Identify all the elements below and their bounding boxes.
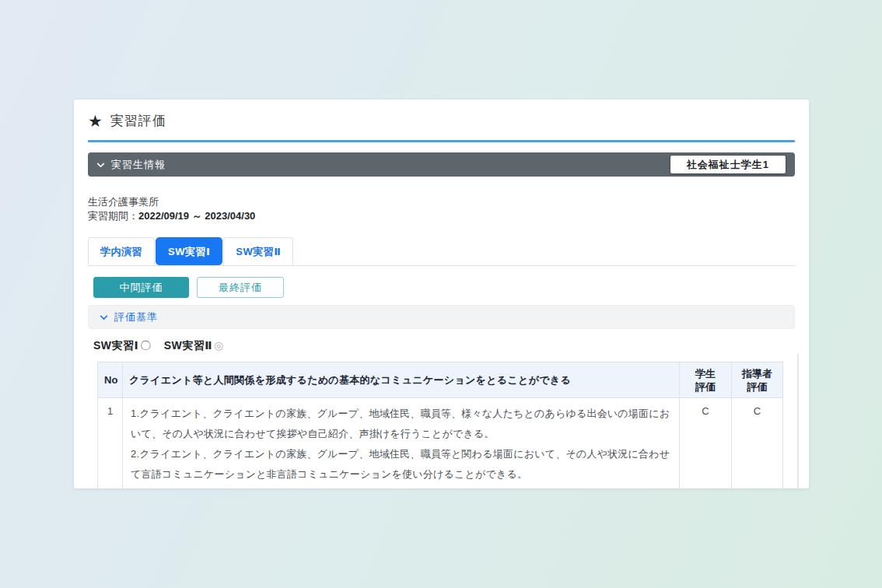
- tab-gakunai-enshu[interactable]: 学内演習: [88, 237, 155, 265]
- page-header: ★ 実習評価: [88, 109, 795, 132]
- criteria-section-header[interactable]: 評価基準: [88, 305, 795, 329]
- tab-sw-jisshu-1[interactable]: SW実習Ⅰ: [156, 237, 222, 265]
- period-value: 2022/09/19 ～ 2023/04/30: [138, 210, 255, 222]
- trainee-info-label: 実習生情報: [111, 158, 166, 172]
- instructor-grade: C: [732, 398, 783, 489]
- header-no: No: [98, 362, 123, 398]
- header-instructor-evaluation: 指導者 評価: [732, 362, 783, 398]
- criterion-item-2: 2.クライエント、クライエントの家族、グループ、地域住民、職員等と関わる場面にお…: [131, 444, 671, 485]
- legend-sw1-label: SW実習Ⅰ: [93, 339, 138, 352]
- final-evaluation-button[interactable]: 最終評価: [197, 277, 284, 298]
- practicum-tabs: 学内演習 SW実習Ⅰ SW実習Ⅱ: [88, 237, 795, 266]
- row-criterion-items: 1.クライエント、クライエントの家族、グループ、地域住民、職員等、様々な人たちと…: [123, 398, 680, 489]
- star-icon: ★: [88, 113, 103, 129]
- phase-buttons: 中間評価 最終評価: [93, 277, 795, 298]
- vertical-scrollbar[interactable]: [797, 354, 799, 488]
- title-divider: [88, 140, 795, 142]
- header-student-line1: 学生: [686, 367, 725, 380]
- tab-sw-jisshu-2[interactable]: SW実習Ⅱ: [223, 237, 293, 265]
- header-instructor-line2: 評価: [738, 380, 776, 394]
- legend-sw2-label: SW実習Ⅱ: [164, 339, 212, 352]
- facility-name: 生活介護事業所: [88, 195, 795, 209]
- training-period: 実習期間：2022/09/19 ～ 2023/04/30: [88, 209, 795, 223]
- interim-evaluation-button[interactable]: 中間評価: [93, 277, 189, 298]
- header-student-evaluation: 学生 評価: [680, 362, 732, 398]
- header-criterion: クライエント等と人間関係を形成するための基本的なコミュニケーションをとることがで…: [123, 362, 680, 398]
- criterion-item-1: 1.クライエント、クライエントの家族、グループ、地域住民、職員等、様々な人たちと…: [131, 404, 671, 444]
- double-circle-mark-icon: ◎: [214, 339, 224, 352]
- trainee-meta: 生活介護事業所 実習期間：2022/09/19 ～ 2023/04/30: [88, 195, 795, 223]
- circle-mark-icon: 〇: [140, 339, 152, 352]
- header-instructor-line1: 指導者: [738, 367, 776, 380]
- trainee-info-header[interactable]: 実習生情報 社会福祉士学生1: [88, 152, 795, 177]
- chevron-down-icon: [96, 161, 105, 170]
- period-label: 実習期間：: [88, 210, 138, 222]
- student-name-button[interactable]: 社会福祉士学生1: [670, 155, 786, 174]
- criterion-item-3: 3.ミーティングや会議等において発言を求められた際に具体的に説明することができる…: [131, 485, 671, 488]
- student-grade: C: [680, 398, 732, 489]
- chevron-down-icon: [100, 313, 108, 322]
- evaluation-table: No クライエント等と人間関係を形成するための基本的なコミュニケーションをとるこ…: [97, 362, 783, 488]
- row-number: 1: [98, 398, 123, 489]
- criteria-section-label: 評価基準: [114, 310, 158, 324]
- table-header-row: No クライエント等と人間関係を形成するための基本的なコミュニケーションをとるこ…: [98, 362, 783, 398]
- header-student-line2: 評価: [686, 380, 725, 394]
- page-title: 実習評価: [110, 112, 166, 130]
- table-row: 1 1.クライエント、クライエントの家族、グループ、地域住民、職員等、様々な人た…: [98, 398, 783, 489]
- evaluation-card: ★ 実習評価 実習生情報 社会福祉士学生1 生活介護事業所 実習期間：2022/…: [74, 100, 809, 488]
- practicum-legend: SW実習Ⅰ〇SW実習Ⅱ◎: [93, 339, 795, 353]
